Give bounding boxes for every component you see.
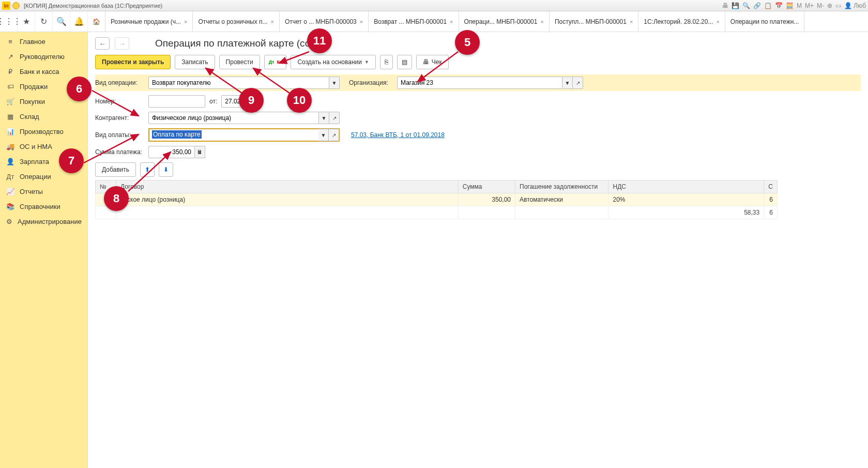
sidebar-item-main[interactable]: ≡Главное xyxy=(0,34,87,49)
receipt-button[interactable]: 🖶Чек xyxy=(416,55,449,69)
sidebar-item-manager[interactable]: ↗Руководителю xyxy=(0,49,87,64)
tab-receipt-1[interactable]: Поступл... МНБП-000001× xyxy=(550,11,638,32)
printer-icon: 🖶 xyxy=(423,58,429,66)
number-field[interactable] xyxy=(148,95,205,108)
move-up-button[interactable]: ⬆ xyxy=(140,162,155,177)
book-icon[interactable]: ▭ xyxy=(835,2,841,9)
m-icon[interactable]: M xyxy=(797,2,802,9)
titlebar: 1c [КОПИЯ] Демонстрационная база (1С:Пре… xyxy=(0,0,868,11)
bank-account-link[interactable]: 57.03, Банк ВТБ, 1 от 01.09.2018 xyxy=(351,131,445,139)
open-icon[interactable]: ↗ xyxy=(329,112,340,124)
op-type-label: Вид операции: xyxy=(95,79,144,86)
apps-icon[interactable]: ⋮⋮⋮ xyxy=(0,11,18,32)
close-icon[interactable]: × xyxy=(540,19,543,25)
callout-7: 7 xyxy=(59,148,84,173)
post-and-close-button[interactable]: Провести и закрыть xyxy=(95,55,171,69)
save-button[interactable]: Записать xyxy=(175,55,215,69)
paytype-field[interactable]: Оплата по карте xyxy=(149,129,318,141)
truck-icon: 🚚 xyxy=(6,143,14,150)
titlebar-actions: 🖶 💾 🔍 🔗 📋 📅 🧮 M M+ M- ⊕ ▭ 👤 Люб xyxy=(722,2,866,9)
user-icon[interactable]: 👤 Люб xyxy=(844,2,866,9)
tab-retail-sales[interactable]: Розничные продажи (ч...× xyxy=(105,11,193,32)
open-icon[interactable]: ↗ xyxy=(573,77,583,89)
content-area: ← → Операция по платежной карте (создан … xyxy=(88,32,868,468)
tab-retail-reports[interactable]: Отчеты о розничных п...× xyxy=(193,11,280,32)
close-icon[interactable]: × xyxy=(450,19,453,25)
close-icon[interactable]: × xyxy=(630,19,633,25)
callout-8: 8 xyxy=(104,186,129,211)
counterparty-label: Контрагент: xyxy=(95,114,144,122)
list-button[interactable]: ▤ xyxy=(397,55,412,69)
tab-report-3[interactable]: Отчет о ... МНБП-000003× xyxy=(280,11,369,32)
print-icon[interactable]: 🖶 xyxy=(722,2,728,9)
col-sumvat[interactable]: С xyxy=(764,180,778,193)
bell-icon[interactable]: 🔔 xyxy=(70,11,88,32)
tag-icon: 🏷 xyxy=(6,83,14,90)
structure-button[interactable]: ⎘ xyxy=(380,55,393,69)
m-minus-icon[interactable]: M- xyxy=(817,2,824,9)
close-icon[interactable]: × xyxy=(716,19,719,25)
search-icon[interactable]: 🔍 xyxy=(742,2,750,9)
person-icon: 👤 xyxy=(6,158,14,165)
tab-lecture[interactable]: 1С:Лекторий. 28.02.20...× xyxy=(638,11,725,32)
col-sum[interactable]: Сумма xyxy=(458,180,515,193)
zoom-in-icon[interactable]: ⊕ xyxy=(827,2,832,9)
action-toolbar: Провести и закрыть Записать Провести ДтК… xyxy=(95,55,861,69)
post-button[interactable]: Провести xyxy=(219,55,260,69)
history-icon[interactable]: ↻ xyxy=(35,11,53,32)
chevron-down-icon[interactable]: ▼ xyxy=(562,77,573,89)
star-icon[interactable]: ★ xyxy=(18,11,35,32)
add-row-button[interactable]: Добавить xyxy=(95,162,136,177)
save-disk-icon[interactable]: 💾 xyxy=(732,2,739,9)
counterparty-field[interactable] xyxy=(148,112,319,124)
ruble-icon: ₽ xyxy=(6,68,14,76)
tab-return-1[interactable]: Возврат ... МНБП-000001× xyxy=(369,11,459,32)
col-contract[interactable]: Договор xyxy=(116,180,459,193)
sidebar-item-reports[interactable]: 📈Отчеты xyxy=(0,184,87,199)
close-icon[interactable]: × xyxy=(184,19,187,25)
payments-table: № Договор Сумма Погашение задолженности … xyxy=(95,180,778,219)
amount-label: Сумма платежа: xyxy=(95,148,144,156)
create-based-on-button[interactable]: Создать на основании▼ xyxy=(291,55,375,69)
books-icon: 📚 xyxy=(6,203,14,210)
chevron-down-icon[interactable]: ▼ xyxy=(329,77,340,89)
chart-icon: ↗ xyxy=(6,53,14,61)
dropdown-icon[interactable] xyxy=(12,2,20,9)
link-icon[interactable]: 🔗 xyxy=(753,2,761,9)
m-plus-icon[interactable]: M+ xyxy=(805,2,814,9)
number-label: Номер: xyxy=(95,98,144,105)
close-icon[interactable]: × xyxy=(360,19,363,25)
op-type-field[interactable] xyxy=(148,77,329,89)
calculator-icon[interactable]: 🖩 xyxy=(195,146,205,158)
calc-icon[interactable]: 🧮 xyxy=(786,2,794,9)
sidebar-item-admin[interactable]: ⚙Администрирование xyxy=(0,214,87,229)
sidebar-item-production[interactable]: 📊Производство xyxy=(0,124,87,139)
menu-icon: ≡ xyxy=(6,38,14,46)
nav-forward-button[interactable]: → xyxy=(115,37,129,50)
clipboard-icon[interactable]: 📋 xyxy=(764,2,772,9)
amount-field[interactable] xyxy=(148,146,195,158)
nav-back-button[interactable]: ← xyxy=(95,37,110,50)
search-tool-icon[interactable]: 🔍 xyxy=(53,11,70,32)
col-repay[interactable]: Погашение задолженности xyxy=(515,180,608,193)
organization-field[interactable] xyxy=(397,77,562,89)
chevron-down-icon[interactable]: ▼ xyxy=(319,112,329,124)
paytype-label: Вид оплаты: xyxy=(95,131,144,139)
dtkt-icon: Дт xyxy=(6,173,14,180)
close-icon[interactable]: × xyxy=(271,19,274,25)
open-icon[interactable]: ↗ xyxy=(329,129,339,141)
sidebar-item-references[interactable]: 📚Справочники xyxy=(0,199,87,214)
tab-card-ops[interactable]: Операции по платежн... xyxy=(725,11,804,32)
table-row[interactable]: ческое лицо (розница) 350,00 Автоматичес… xyxy=(96,193,778,206)
chevron-down-icon[interactable]: ▼ xyxy=(318,129,329,141)
callout-11: 11 xyxy=(307,28,332,53)
window-title: [КОПИЯ] Демонстрационная база (1С:Предпр… xyxy=(24,3,162,9)
dtkt-button[interactable]: ДтКт xyxy=(264,55,287,69)
tab-home[interactable]: 🏠 xyxy=(88,11,105,32)
org-label: Организация: xyxy=(349,79,393,86)
col-vat[interactable]: НДС xyxy=(608,180,764,193)
tab-operation-1[interactable]: Операци... МНБП-000001× xyxy=(459,11,550,32)
move-down-button[interactable]: ⬇ xyxy=(159,162,173,177)
calendar-icon[interactable]: 📅 xyxy=(775,2,783,9)
sidebar-item-warehouse[interactable]: ▦Склад xyxy=(0,109,87,124)
